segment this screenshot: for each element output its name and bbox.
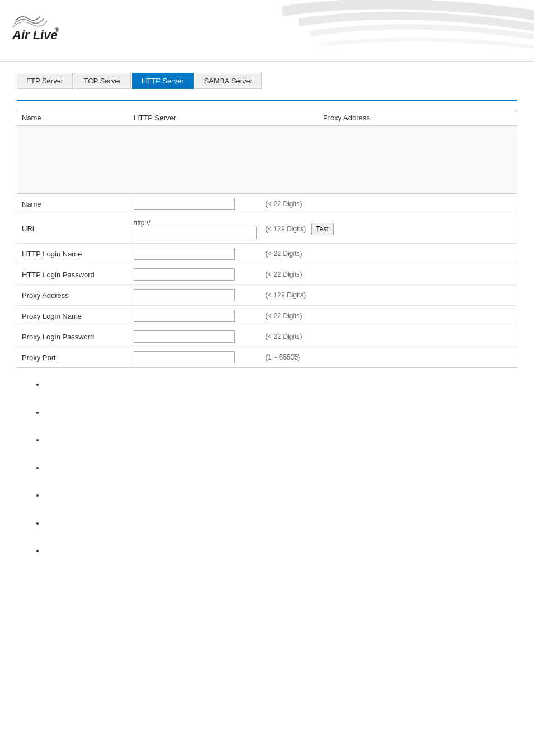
field-hint-http-login-name: (< 22 Digits) (261, 244, 517, 264)
server-table: Name HTTP Server Proxy Address (17, 110, 517, 194)
field-label-url: URL (17, 214, 129, 244)
field-label-proxy-address: Proxy Address (17, 285, 129, 306)
form-row-url: URL http:// (< 129 Digits) Test (17, 214, 517, 244)
field-input-cell-name (129, 194, 261, 214)
test-button[interactable]: Test (311, 223, 334, 235)
bullet-item-1 (45, 379, 517, 390)
config-form: Name (< 22 Digits) URL http:// (< 129 Di… (17, 194, 517, 368)
field-label-proxy-login-name: Proxy Login Name (17, 306, 129, 326)
field-label-http-login-password: HTTP Login Password (17, 264, 129, 285)
header-decoration (198, 0, 534, 62)
table-body (17, 126, 517, 193)
tab-ftp-server[interactable]: FTP Server (17, 73, 73, 89)
bullet-list (28, 379, 517, 557)
page-header: Air Live ® (0, 0, 534, 62)
main-content: FTP Server TCP Server HTTP Server SAMBA … (0, 62, 534, 585)
col-http-server: HTTP Server (134, 114, 323, 122)
field-hint-name: (< 22 Digits) (261, 194, 517, 214)
form-row-proxy-port: Proxy Port (1 ~ 65535) (17, 347, 517, 368)
logo-icon: Air Live ® (11, 8, 62, 45)
bullet-item-6 (45, 518, 517, 529)
bullet-item-7 (45, 545, 517, 557)
proxy-login-password-input[interactable] (134, 330, 235, 343)
bullet-list-section (17, 379, 517, 557)
field-label-http-login-name: HTTP Login Name (17, 244, 129, 264)
proxy-address-input[interactable] (134, 289, 235, 301)
url-input[interactable] (134, 227, 257, 239)
bullet-item-4 (45, 463, 517, 474)
form-row-proxy-login-name: Proxy Login Name (< 22 Digits) (17, 306, 517, 326)
section-divider (17, 100, 517, 101)
proxy-port-input[interactable] (134, 351, 235, 363)
col-proxy-address: Proxy Address (323, 114, 512, 122)
logo-container: Air Live ® (11, 8, 62, 45)
bullet-item-2 (45, 407, 517, 418)
field-label-proxy-login-password: Proxy Login Password (17, 326, 129, 347)
field-hint-proxy-login-password: (< 22 Digits) (261, 326, 517, 347)
bullet-item-5 (45, 490, 517, 501)
field-label-name: Name (17, 194, 129, 214)
field-input-cell-proxy-login-password (129, 326, 261, 347)
tab-samba-server[interactable]: SAMBA Server (195, 73, 263, 89)
url-prefix-label: http:// (134, 219, 151, 227)
field-input-cell-http-login-name (129, 244, 261, 264)
form-row-proxy-address: Proxy Address (< 129 Digits) (17, 285, 517, 306)
tab-http-server[interactable]: HTTP Server (132, 73, 194, 89)
svg-text:Air Live: Air Live (12, 28, 58, 42)
field-input-cell-url: http:// (129, 214, 261, 244)
field-hint-proxy-port: (1 ~ 65535) (261, 347, 517, 368)
field-label-proxy-port: Proxy Port (17, 347, 129, 368)
field-input-cell-proxy-address (129, 285, 261, 306)
tab-tcp-server[interactable]: TCP Server (74, 73, 131, 89)
bullet-item-3 (45, 435, 517, 446)
svg-text:®: ® (55, 27, 59, 33)
col-name: Name (22, 114, 134, 122)
form-row-http-login-password: HTTP Login Password (< 22 Digits) (17, 264, 517, 285)
http-login-name-input[interactable] (134, 248, 235, 260)
field-input-cell-proxy-login-name (129, 306, 261, 326)
form-row-proxy-login-password: Proxy Login Password (< 22 Digits) (17, 326, 517, 347)
field-hint-url: (< 129 Digits) Test (261, 214, 517, 244)
form-row-name: Name (< 22 Digits) (17, 194, 517, 214)
form-row-http-login-name: HTTP Login Name (< 22 Digits) (17, 244, 517, 264)
tab-bar: FTP Server TCP Server HTTP Server SAMBA … (17, 73, 517, 89)
field-hint-http-login-password: (< 22 Digits) (261, 264, 517, 285)
field-input-cell-proxy-port (129, 347, 261, 368)
name-input[interactable] (134, 198, 235, 210)
field-hint-proxy-login-name: (< 22 Digits) (261, 306, 517, 326)
table-header-row: Name HTTP Server Proxy Address (17, 110, 517, 126)
http-login-password-input[interactable] (134, 268, 235, 281)
url-hint: (< 129 Digits) (266, 225, 306, 233)
field-input-cell-http-login-password (129, 264, 261, 285)
proxy-login-name-input[interactable] (134, 310, 235, 322)
field-hint-proxy-address: (< 129 Digits) (261, 285, 517, 306)
